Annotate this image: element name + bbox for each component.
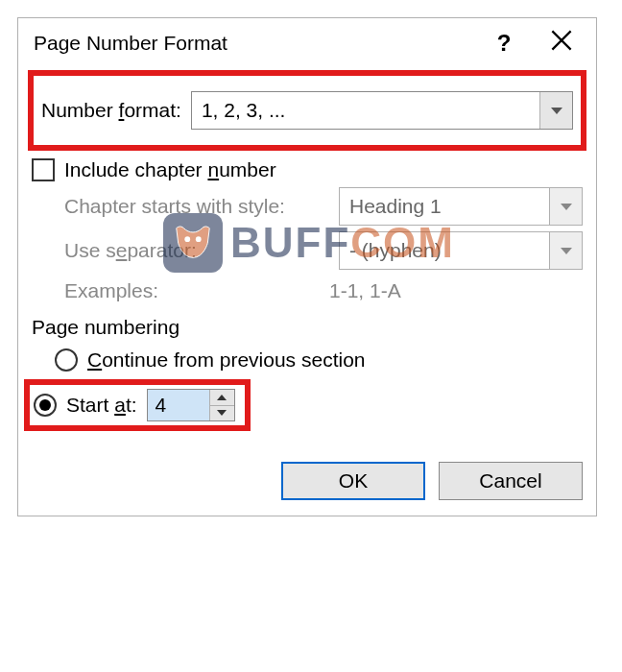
close-button[interactable]	[533, 20, 590, 66]
number-format-dropdown-button[interactable]	[539, 92, 572, 129]
start-at-value[interactable]: 4	[148, 390, 209, 420]
examples-value: 1-1, 1-A	[329, 279, 401, 302]
chevron-down-icon	[561, 248, 572, 254]
number-format-highlight: Number format: 1, 2, 3, ...	[28, 70, 586, 151]
start-at-spinner[interactable]: 4	[147, 389, 235, 421]
chevron-down-icon	[217, 410, 227, 416]
number-format-label: Number format:	[41, 99, 181, 122]
start-at-down-button[interactable]	[210, 405, 234, 421]
examples-label: Examples:	[64, 279, 329, 302]
separator-dropdown-button[interactable]	[549, 232, 582, 269]
chapter-style-combo[interactable]: Heading 1	[339, 187, 583, 226]
continue-radio[interactable]	[55, 348, 78, 372]
close-icon	[551, 30, 572, 57]
separator-combo[interactable]: - (hyphen)	[339, 231, 583, 270]
include-chapter-label: Include chapter number	[64, 158, 276, 181]
start-at-radio[interactable]	[34, 394, 57, 417]
page-number-format-dialog: Page Number Format ? Number format: 1, 2…	[17, 17, 597, 516]
chevron-down-icon	[561, 204, 572, 210]
number-format-combo[interactable]: 1, 2, 3, ...	[191, 91, 573, 130]
titlebar: Page Number Format ?	[18, 18, 596, 68]
ok-button[interactable]: OK	[281, 462, 425, 500]
continue-label: Continue from previous section	[87, 348, 365, 372]
chevron-down-icon	[551, 108, 562, 114]
start-at-up-button[interactable]	[210, 390, 234, 405]
start-at-label: Start at:	[66, 394, 137, 417]
include-chapter-checkbox[interactable]	[32, 158, 55, 181]
chapter-style-value: Heading 1	[340, 195, 549, 218]
dialog-title: Page Number Format	[34, 32, 475, 55]
include-chapter-row: Include chapter number	[32, 158, 583, 181]
chevron-up-icon	[217, 395, 227, 400]
page-numbering-section-label: Page numbering	[32, 316, 583, 339]
separator-label: Use separator:	[64, 239, 329, 262]
chapter-style-label: Chapter starts with style:	[64, 195, 329, 218]
cancel-button[interactable]: Cancel	[439, 462, 583, 500]
chapter-style-dropdown-button[interactable]	[549, 188, 582, 225]
continue-radio-row: Continue from previous section	[55, 348, 583, 372]
help-button[interactable]: ?	[475, 20, 533, 66]
start-at-highlight: Start at: 4	[24, 379, 251, 431]
separator-value: - (hyphen)	[340, 239, 549, 262]
number-format-value: 1, 2, 3, ...	[192, 99, 539, 122]
